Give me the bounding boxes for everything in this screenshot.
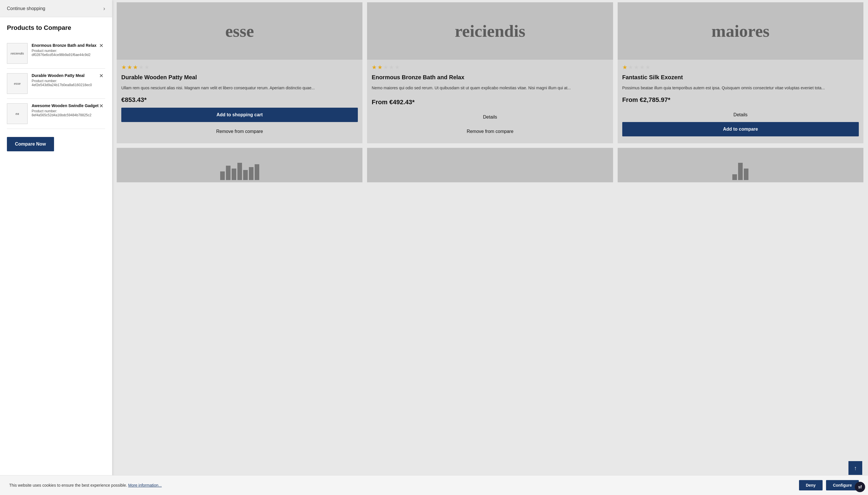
product-card: maiores ★★★★★ Fantastic Silk Exozent Pos… (618, 2, 863, 143)
partial-products-grid (117, 148, 863, 185)
scroll-to-top-button[interactable]: ↑ (849, 461, 862, 475)
product-image-label: esse (225, 21, 254, 41)
continue-shopping-btn[interactable]: Continue shopping › (0, 0, 112, 17)
compare-item-number: df02876e6cd54ce98b9a91f6ae44c9d2 (32, 53, 105, 57)
compare-item-label: Product number: (32, 49, 105, 53)
product-price: From €492.43* (372, 99, 608, 106)
star-icon: ★ (389, 64, 394, 71)
compare-item-info: Durable Wooden Patty Meal Product number… (32, 73, 105, 87)
bar (226, 166, 230, 180)
partial-product-card (367, 148, 613, 182)
bar (243, 170, 248, 180)
partial-card-inner (117, 148, 362, 182)
remove-from-compare-button[interactable]: Remove from compare (372, 124, 608, 139)
compare-item-info: Enormous Bronze Bath and Relax Product n… (32, 43, 105, 57)
bar (232, 169, 236, 180)
star-icon: ★ (144, 64, 149, 71)
compare-item: esse Durable Wooden Patty Meal Product n… (7, 69, 105, 99)
cookie-more-info-link[interactable]: More information... (128, 483, 162, 488)
cookie-bar: This website uses cookies to ensure the … (0, 475, 868, 495)
compare-item-label: Product number: (32, 109, 105, 113)
compare-item-thumbnail: ea (7, 103, 28, 124)
cookie-message: This website uses cookies to ensure the … (9, 483, 162, 488)
bar (732, 174, 737, 180)
compare-item-name: Enormous Bronze Bath and Relax (32, 43, 105, 48)
remove-compare-item-button[interactable]: ✕ (97, 73, 105, 79)
partial-card-inner (618, 148, 863, 182)
compare-item-name: Awesome Wooden Swindle Gadget (32, 103, 105, 108)
cookie-configure-button[interactable]: Configure (826, 480, 859, 490)
product-name: Fantastic Silk Exozent (622, 73, 859, 81)
compare-item-thumbnail: reiciendis (7, 43, 28, 64)
bar (238, 163, 242, 180)
star-icon: ★ (133, 64, 138, 71)
compare-item-name: Durable Wooden Patty Meal (32, 73, 105, 78)
bar (255, 164, 259, 180)
partial-bars (732, 157, 749, 180)
product-card-body: ★★★★★ Durable Wooden Patty Meal Ullam re… (117, 60, 362, 139)
star-icon: ★ (645, 64, 651, 71)
compare-item-info: Awesome Wooden Swindle Gadget Product nu… (32, 103, 105, 117)
compare-item-number: 4ef2e543d9a24b17b0ea8a6160218ec0 (32, 83, 105, 87)
product-image-label: maiores (711, 21, 769, 41)
product-description: Nemo maiores qui odio sed rerum. Ut quib… (372, 85, 608, 93)
product-name: Enormous Bronze Bath and Relax (372, 73, 608, 81)
compare-item: ea Awesome Wooden Swindle Gadget Product… (7, 99, 105, 129)
star-icon: ★ (395, 64, 400, 71)
product-price: €853.43* (121, 96, 358, 104)
bar (220, 171, 225, 180)
star-icon: ★ (127, 64, 132, 71)
star-icon: ★ (121, 64, 127, 71)
bar (744, 169, 749, 180)
product-image-label: reiciendis (455, 21, 525, 41)
partial-card-inner (367, 148, 613, 182)
product-description: Ullam rem quos nesciunt alias nisi. Magn… (121, 85, 358, 91)
star-icon: ★ (622, 64, 627, 71)
product-image: esse (117, 2, 362, 60)
cookie-buttons: Deny Configure (799, 480, 859, 490)
star-icon: ★ (138, 64, 144, 71)
product-card: esse ★★★★★ Durable Wooden Patty Meal Ull… (117, 2, 362, 143)
star-rating: ★★★★★ (372, 64, 608, 71)
star-icon: ★ (372, 64, 377, 71)
partial-bars (220, 157, 259, 180)
compare-item-number: 8ef4a565c52d4a16bdc59484b78825c2 (32, 113, 105, 117)
bar (738, 163, 743, 180)
star-icon: ★ (383, 64, 388, 71)
details-button[interactable]: Details (372, 110, 608, 124)
compare-sidebar-title: Products to Compare (7, 24, 105, 32)
sf-brand-icon: sf (855, 482, 865, 492)
details-button[interactable]: Details (622, 108, 859, 122)
product-card-body: ★★★★★ Fantastic Silk Exozent Possimus be… (618, 60, 863, 139)
star-icon: ★ (377, 64, 382, 71)
compare-items-list: reiciendis Enormous Bronze Bath and Rela… (7, 38, 105, 129)
compare-item-label: Product number: (32, 79, 105, 83)
star-icon: ★ (628, 64, 633, 71)
bar (249, 167, 253, 180)
product-price: From €2,785.97* (622, 96, 859, 104)
product-description: Possimus beatae illum quia temporibus au… (622, 85, 859, 91)
chevron-right-icon: › (103, 5, 105, 12)
products-grid: esse ★★★★★ Durable Wooden Patty Meal Ull… (117, 0, 863, 148)
product-name: Durable Wooden Patty Meal (121, 73, 358, 81)
star-icon: ★ (634, 64, 639, 71)
partial-product-card (117, 148, 362, 182)
remove-from-compare-button[interactable]: Remove from compare (121, 124, 358, 139)
sidebar-body: Products to Compare reiciendis Enormous … (0, 17, 112, 495)
remove-compare-item-button[interactable]: ✕ (97, 42, 105, 49)
product-card-body: ★★★★★ Enormous Bronze Bath and Relax Nem… (367, 60, 613, 139)
remove-compare-item-button[interactable]: ✕ (97, 103, 105, 109)
add-to-compare-button[interactable]: Add to compare (622, 122, 859, 136)
product-image: reiciendis (367, 2, 613, 60)
compare-now-button[interactable]: Compare Now (7, 137, 54, 151)
compare-item-thumbnail: esse (7, 73, 28, 94)
product-card: reiciendis ★★★★★ Enormous Bronze Bath an… (367, 2, 613, 143)
cookie-text: This website uses cookies to ensure the … (9, 483, 127, 488)
partial-product-card (618, 148, 863, 182)
add-to-cart-button[interactable]: Add to shopping cart (121, 108, 358, 122)
star-icon: ★ (639, 64, 645, 71)
continue-shopping-label: Continue shopping (7, 6, 45, 11)
cookie-deny-button[interactable]: Deny (799, 480, 823, 490)
compare-item: reiciendis Enormous Bronze Bath and Rela… (7, 38, 105, 69)
compare-sidebar: Continue shopping › Products to Compare … (0, 0, 112, 495)
